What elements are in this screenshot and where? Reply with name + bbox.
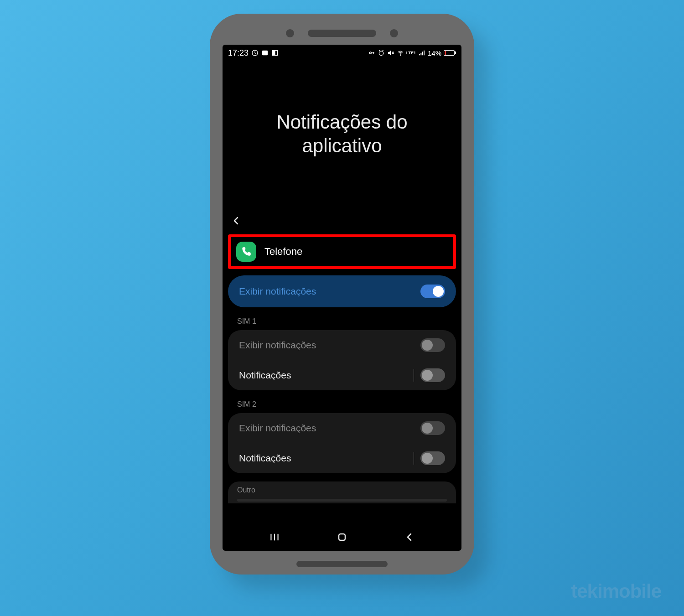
divider-icon xyxy=(414,452,414,465)
phone-app-icon xyxy=(236,242,256,262)
android-navbar xyxy=(223,523,461,551)
section-header: SIM 1 xyxy=(228,316,456,330)
divider-icon xyxy=(414,369,414,382)
master-toggle-switch[interactable] xyxy=(420,285,445,298)
list-item[interactable]: Notificações xyxy=(228,360,456,390)
svg-rect-7 xyxy=(339,534,345,540)
section-sim1: SIM 1 Exibir notificações Notificações xyxy=(228,316,456,390)
camera-dot-icon xyxy=(286,29,294,37)
mute-icon xyxy=(387,49,394,57)
svg-point-5 xyxy=(379,51,383,55)
page-title: Notificações do aplicativo xyxy=(241,110,443,158)
list-item[interactable]: Exibir notificações xyxy=(228,330,456,360)
battery-icon xyxy=(444,50,456,56)
home-bar-icon xyxy=(296,561,388,567)
toggle-switch[interactable] xyxy=(420,421,445,435)
toggle-switch[interactable] xyxy=(420,451,445,465)
master-toggle-row[interactable]: Exibir notificações xyxy=(228,275,456,307)
toggle-switch[interactable] xyxy=(420,368,445,382)
status-time: 17:23 xyxy=(228,48,249,58)
battery-percent: 14% xyxy=(428,49,441,57)
network-label: LTE1 xyxy=(406,51,416,55)
camera-dot-icon xyxy=(390,29,398,37)
home-button[interactable] xyxy=(335,530,349,544)
image-icon xyxy=(261,49,269,57)
alarm-icon xyxy=(378,49,385,57)
back-button[interactable] xyxy=(403,530,416,544)
section-header: Outro xyxy=(237,486,447,496)
status-bar: 17:23 xyxy=(223,45,461,61)
row-label: Notificações xyxy=(239,370,291,381)
wifi-icon xyxy=(397,49,404,57)
back-icon[interactable] xyxy=(231,215,242,226)
row-label: Exibir notificações xyxy=(239,340,316,351)
phone-screen: 17:23 xyxy=(223,45,461,551)
speaker-slot-icon xyxy=(308,30,376,37)
key-icon xyxy=(368,49,375,57)
toggle-switch[interactable] xyxy=(420,338,445,352)
master-toggle-label: Exibir notificações xyxy=(239,286,316,297)
phone-frame: 17:23 xyxy=(210,14,474,575)
recents-button[interactable] xyxy=(268,530,281,544)
scrollbar-track[interactable] xyxy=(237,499,447,502)
section-outro: Outro xyxy=(228,481,456,503)
row-label: Notificações xyxy=(239,453,291,464)
clock-icon xyxy=(251,49,259,57)
section-header: SIM 2 xyxy=(228,399,456,413)
section-sim2: SIM 2 Exibir notificações Notificações xyxy=(228,399,456,473)
list-item[interactable]: Notificações xyxy=(228,443,456,473)
app-row-highlighted[interactable]: Telefone xyxy=(228,234,456,269)
svg-rect-3 xyxy=(273,51,275,56)
signal-icon xyxy=(418,49,425,57)
app-name-label: Telefone xyxy=(264,246,302,258)
svg-rect-1 xyxy=(262,51,268,56)
svg-point-6 xyxy=(400,55,400,55)
square-icon xyxy=(271,49,279,57)
svg-point-4 xyxy=(369,52,371,54)
list-item[interactable]: Exibir notificações xyxy=(228,413,456,443)
watermark-label: tekimobile xyxy=(571,580,661,602)
row-label: Exibir notificações xyxy=(239,423,316,434)
